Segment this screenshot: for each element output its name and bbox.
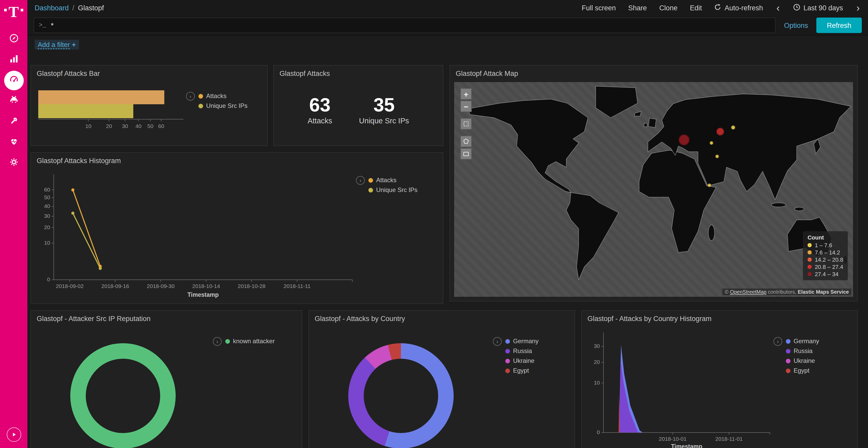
metric-attacks: 63 Attacks <box>308 95 332 125</box>
top-nav: Dashboard / Glastopf Full screen Share C… <box>27 0 868 15</box>
sidebar-item-visualize[interactable] <box>4 50 24 69</box>
legend-item-unique-src-ips[interactable]: Unique Src IPs <box>368 186 417 194</box>
legend-item-germany[interactable]: Germany <box>505 338 538 345</box>
legend-dot <box>505 358 510 363</box>
legend-dot <box>505 368 510 373</box>
x-tick: 2018-09-16 <box>101 283 129 289</box>
time-back-chevron[interactable]: ‹ <box>776 3 781 13</box>
legend-label: Germany <box>513 338 538 345</box>
legend-label: Ukraine <box>794 357 815 365</box>
time-forward-chevron[interactable]: › <box>855 3 861 13</box>
sidebar-collapse-button[interactable] <box>6 427 21 442</box>
legend-item-germany[interactable]: Germany <box>786 338 819 345</box>
legend-item-russia[interactable]: Russia <box>786 347 819 354</box>
refresh-button[interactable]: Refresh <box>816 18 862 33</box>
auto-refresh-label: Auto-refresh <box>724 4 763 12</box>
legend-toggle-icon[interactable]: › <box>773 337 782 346</box>
search-input[interactable]: >_ * <box>34 18 776 33</box>
legend-dot <box>786 349 790 353</box>
chart-legend: › Attacks Unique Src IPs <box>186 92 247 109</box>
y-tick: 50 <box>44 194 50 200</box>
metric-label: Unique Src IPs <box>359 116 409 125</box>
legend-dot <box>808 272 812 276</box>
space-invader-icon <box>8 95 19 107</box>
zoom-in-button[interactable]: + <box>460 88 472 100</box>
legend-toggle-icon[interactable]: › <box>213 337 222 346</box>
land-japan <box>814 139 820 154</box>
legend-range-label: 7.6 – 14.2 <box>815 249 840 255</box>
panel-attacks-histogram: Glastopf Attacks Histogram 60 50 40 30 2… <box>30 152 443 304</box>
legend-item-egypt[interactable]: Egypt <box>786 367 819 374</box>
options-link[interactable]: Options <box>784 22 808 29</box>
legend-item-attacks[interactable]: Attacks <box>368 176 417 184</box>
legend-item-known-attacker[interactable]: known attacker <box>225 338 275 345</box>
x-axis-label: Timestamp <box>671 443 702 448</box>
sidebar-item-management[interactable] <box>4 153 24 173</box>
legend-item-ukraine[interactable]: Ukraine <box>505 357 538 365</box>
clone-button[interactable]: Clone <box>659 4 678 12</box>
time-range-picker[interactable]: Last 90 days <box>793 3 843 12</box>
line-attacks <box>73 190 100 266</box>
add-filter-button[interactable]: Add a filter+ <box>35 39 79 49</box>
compass-icon <box>8 33 19 45</box>
attack-dot-small <box>731 126 735 129</box>
y-tick: 0 <box>597 429 600 435</box>
edit-button[interactable]: Edit <box>690 4 702 12</box>
x-tick: 2018-11-11 <box>284 283 311 289</box>
filter-bar: Add a filter+ <box>27 36 868 53</box>
sidebar-item-dev-tools[interactable] <box>4 112 24 131</box>
sidebar-item-discover[interactable] <box>4 29 24 49</box>
fit-bounds-button[interactable] <box>460 118 472 130</box>
sidebar-item-dashboard[interactable] <box>4 70 24 90</box>
plus-icon: + <box>72 40 76 48</box>
panel-attacks-by-country: Glastopf - Attacks by Country › Germany … <box>308 310 575 448</box>
legend-label: Attacks <box>376 176 397 184</box>
land-ireland <box>644 123 647 127</box>
legend-label: known attacker <box>233 338 275 345</box>
world-map[interactable]: + − Count 1 – 7.6 <box>454 82 853 297</box>
chart-legend: › Attacks Unique Src IPs <box>356 176 417 194</box>
map-legend-row: 20.8 – 27.4 <box>808 264 843 270</box>
legend-toggle-icon[interactable]: › <box>356 176 365 185</box>
legend-item-ukraine[interactable]: Ukraine <box>786 357 819 365</box>
legend-toggle-icon[interactable]: › <box>186 92 195 101</box>
legend-dot <box>198 94 203 98</box>
panel-title: Glastopf - Attacks by Country <box>309 311 575 327</box>
legend-item-egypt[interactable]: Egypt <box>505 367 538 374</box>
x-tick: 60 <box>158 123 164 129</box>
x-tick: 50 <box>147 123 153 129</box>
main-area: Dashboard / Glastopf Full screen Share C… <box>27 0 868 448</box>
legend-label: Ukraine <box>513 357 534 365</box>
y-tick: 0 <box>47 276 50 282</box>
legend-item-unique-src-ips[interactable]: Unique Src IPs <box>198 102 247 109</box>
legend-label: Unique Src IPs <box>206 102 247 109</box>
openstreetmap-link[interactable]: OpenStreetMap <box>730 289 767 295</box>
sidebar-item-tpot[interactable] <box>4 91 24 111</box>
bar-chart-icon <box>8 54 19 66</box>
gauge-icon <box>8 74 19 87</box>
heartbeat-icon <box>8 136 19 148</box>
attacks-histogram-chart: 60 50 40 30 20 10 0 2018-09-02 2018-09-1… <box>36 170 367 299</box>
panel-ip-reputation: Glastopf - Attacker Src IP Reputation › … <box>30 310 302 448</box>
country-donut-chart <box>348 343 454 448</box>
x-tick: 30 <box>122 123 128 129</box>
share-button[interactable]: Share <box>628 4 647 12</box>
sidebar-item-monitoring[interactable] <box>4 132 24 152</box>
full-screen-button[interactable]: Full screen <box>582 4 616 12</box>
polygon-select-button[interactable] <box>460 136 472 147</box>
zoom-out-button[interactable]: − <box>460 101 472 112</box>
legend-label: Egypt <box>513 367 529 374</box>
legend-item-attacks[interactable]: Attacks <box>198 92 247 100</box>
panel-title: Glastopf Attacks <box>274 66 443 81</box>
legend-item-russia[interactable]: Russia <box>505 347 538 354</box>
auto-refresh-button[interactable]: Auto-refresh <box>714 3 763 12</box>
legend-label: Russia <box>513 347 532 354</box>
panel-title: Glastopf Attacks Bar <box>31 66 267 81</box>
breadcrumb-dashboard-link[interactable]: Dashboard <box>35 4 69 12</box>
legend-toggle-icon[interactable]: › <box>493 337 502 346</box>
t-logo-letter: T <box>8 5 19 18</box>
query-value: * <box>51 21 54 29</box>
panel-title: Glastopf - Attacker Src IP Reputation <box>31 311 302 327</box>
rectangle-select-button[interactable] <box>460 148 472 160</box>
x-tick: 2018-11-01 <box>715 436 743 442</box>
